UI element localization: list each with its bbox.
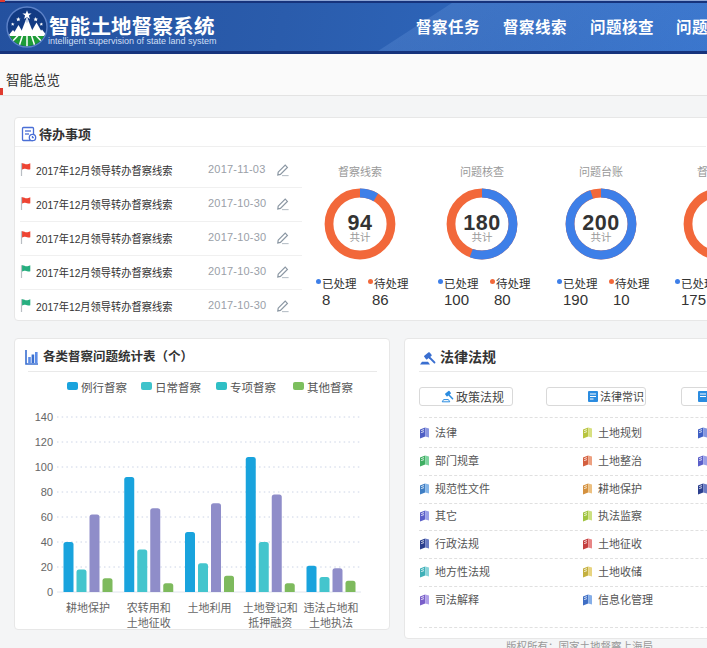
svg-text:土地执法: 土地执法 bbox=[309, 616, 353, 629]
svg-text:土地征收: 土地征收 bbox=[127, 616, 171, 629]
svg-text:120: 120 bbox=[35, 436, 53, 448]
svg-text:20: 20 bbox=[41, 561, 53, 573]
svg-text:0: 0 bbox=[47, 586, 53, 598]
svg-text:80: 80 bbox=[41, 486, 53, 498]
svg-text:140: 140 bbox=[35, 411, 53, 423]
svg-text:土地登记和: 土地登记和 bbox=[243, 601, 298, 614]
svg-text:耕地保护: 耕地保护 bbox=[66, 601, 110, 614]
svg-text:土地利用: 土地利用 bbox=[188, 602, 232, 614]
svg-text:农转用和: 农转用和 bbox=[127, 601, 171, 614]
svg-text:60: 60 bbox=[41, 511, 53, 523]
svg-text:抵押融资: 抵押融资 bbox=[248, 616, 292, 629]
svg-text:40: 40 bbox=[41, 536, 53, 548]
svg-text:违法占地和: 违法占地和 bbox=[304, 601, 359, 614]
svg-text:100: 100 bbox=[35, 461, 53, 473]
